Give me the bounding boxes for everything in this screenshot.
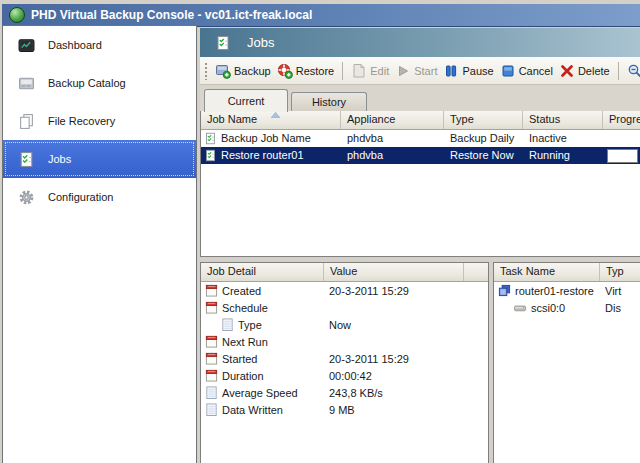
sidebar-item-label: File Recovery	[48, 115, 115, 127]
calendar-icon	[205, 369, 218, 382]
toolbar-button-edit[interactable]: Edit	[349, 61, 391, 81]
jobs-icon	[204, 132, 217, 145]
detail-row-schedule[interactable]: Schedule	[201, 299, 488, 316]
detail-label: Duration	[222, 370, 264, 382]
jobs-icon	[215, 35, 231, 51]
detail-label: Data Written	[222, 404, 283, 416]
sidebar-item-configuration[interactable]: Configuration	[3, 178, 196, 216]
detail-row-average-speed[interactable]: Average Speed 243,8 KB/s	[201, 384, 488, 401]
column-header-status[interactable]: Status	[523, 111, 603, 129]
job-row-backup-job-name[interactable]: Backup Job Name phdvba Backup Daily Inac…	[201, 130, 640, 147]
toolbar-button-label: Restore	[296, 65, 335, 77]
page-title: Jobs	[247, 35, 274, 50]
detail-label: Schedule	[222, 302, 268, 314]
sidebar-item-jobs[interactable]: Jobs	[3, 140, 196, 178]
cancel-icon	[500, 63, 516, 79]
edit-icon	[351, 63, 367, 79]
sidebar-item-file-recovery[interactable]: File Recovery	[3, 102, 196, 140]
column-header-task-name[interactable]: Task Name	[494, 263, 600, 281]
task-panel: Task Name Typ router01-restore Virt scsi…	[493, 262, 640, 463]
toolbar-button-cancel[interactable]: Cancel	[498, 61, 555, 81]
tab-label: Current	[228, 95, 265, 107]
sort-asc-icon	[271, 112, 280, 118]
job-detail-header: Job Detail Value	[201, 263, 488, 282]
task-name: scsi0:0	[531, 302, 565, 314]
detail-value: 20-3-2011 15:29	[324, 285, 464, 297]
toolbar-button-hide-de[interactable]: Hide De	[625, 61, 640, 81]
progress-bar	[607, 149, 638, 163]
toolbar-button-label: Pause	[462, 65, 493, 77]
doc-icon	[221, 318, 234, 331]
detail-label: Average Speed	[222, 387, 298, 399]
file-recovery-icon	[18, 113, 35, 130]
job-name: Restore router01	[221, 147, 304, 164]
sidebar-item-backup-catalog[interactable]: Backup Catalog	[3, 64, 196, 102]
detail-row-started[interactable]: Started 20-3-2011 15:29	[201, 350, 488, 367]
task-row-scsi0-0[interactable]: scsi0:0 Dis	[494, 299, 640, 316]
window-title: PHD Virtual Backup Console - vc01.ict-fr…	[31, 8, 312, 22]
start-icon	[395, 63, 411, 79]
column-header-job-detail[interactable]: Job Detail	[201, 263, 324, 281]
backup-catalog-icon	[18, 75, 35, 92]
toolbar-button-backup[interactable]: Backup	[213, 61, 273, 81]
detail-row-next-run[interactable]: Next Run	[201, 333, 488, 350]
window: { "window": { "title": "PHD Virtual Back…	[0, 0, 640, 463]
app-icon	[9, 7, 25, 23]
task-row-router01-restore[interactable]: router01-restore Virt	[494, 282, 640, 299]
job-name: Backup Job Name	[221, 130, 311, 147]
restore-icon	[277, 63, 293, 79]
column-header-blank[interactable]	[464, 263, 488, 281]
detail-row-duration[interactable]: Duration 00:00:42	[201, 367, 488, 384]
jobs-table-header: Job Name Appliance Type Status Progre	[201, 111, 640, 130]
toolbar-button-delete[interactable]: Delete	[557, 61, 612, 81]
toolbar-grip[interactable]	[204, 62, 208, 80]
task-type: Dis	[600, 302, 640, 314]
detail-row-data-written[interactable]: Data Written 9 MB	[201, 401, 488, 418]
job-appliance: phdvba	[341, 130, 444, 147]
jobs-icon	[18, 151, 35, 168]
doc-icon	[205, 403, 218, 416]
column-header-job-name[interactable]: Job Name	[201, 111, 341, 129]
toolbar-button-label: Backup	[234, 65, 271, 77]
column-header-value[interactable]: Value	[324, 263, 464, 281]
tab-history[interactable]: History	[291, 92, 367, 111]
toolbar-button-label: Delete	[578, 65, 610, 77]
hide-detail-icon	[627, 63, 640, 79]
toolbar: Backup Restore Edit Start Pause Cancel D…	[200, 57, 640, 85]
job-row-restore-router01[interactable]: Restore router01 phdvba Restore Now Runn…	[201, 147, 640, 164]
toolbar-button-restore[interactable]: Restore	[275, 61, 337, 81]
doc-icon	[205, 386, 218, 399]
main-content: Jobs Backup Restore Edit Start Pause Can…	[200, 28, 640, 463]
pause-icon	[443, 63, 459, 79]
detail-row-created[interactable]: Created 20-3-2011 15:29	[201, 282, 488, 299]
detail-value: 243,8 KB/s	[324, 387, 464, 399]
column-header-progre[interactable]: Progre	[603, 111, 640, 129]
sidebar-item-label: Backup Catalog	[48, 77, 126, 89]
configuration-icon	[18, 189, 35, 206]
column-header-type[interactable]: Type	[444, 111, 523, 129]
title-bar[interactable]: PHD Virtual Backup Console - vc01.ict-fr…	[2, 3, 640, 27]
job-progress-cell	[603, 147, 640, 164]
column-header-typ[interactable]: Typ	[600, 263, 640, 281]
job-status: Inactive	[523, 130, 603, 147]
detail-value: Now	[324, 319, 464, 331]
toolbar-separator	[618, 62, 619, 80]
tab-current[interactable]: Current	[204, 89, 288, 112]
detail-row-type[interactable]: Type Now	[201, 316, 488, 333]
sidebar-item-label: Dashboard	[48, 39, 102, 51]
tab-strip: Current History	[200, 85, 640, 111]
calendar-icon	[205, 301, 218, 314]
sidebar-item-label: Jobs	[48, 153, 71, 165]
sidebar-item-label: Configuration	[48, 191, 113, 203]
dashboard-icon	[18, 37, 35, 54]
page-header: Jobs	[200, 28, 640, 57]
job-detail-panel: Job Detail Value Created 20-3-2011 15:29…	[200, 262, 489, 463]
column-header-appliance[interactable]: Appliance	[341, 111, 444, 129]
job-status: Running	[523, 147, 603, 164]
sidebar-item-dashboard[interactable]: Dashboard	[3, 26, 196, 64]
detail-label: Started	[222, 353, 257, 365]
toolbar-button-start[interactable]: Start	[393, 61, 439, 81]
detail-label: Type	[238, 319, 262, 331]
toolbar-button-pause[interactable]: Pause	[441, 61, 495, 81]
calendar-icon	[205, 352, 218, 365]
